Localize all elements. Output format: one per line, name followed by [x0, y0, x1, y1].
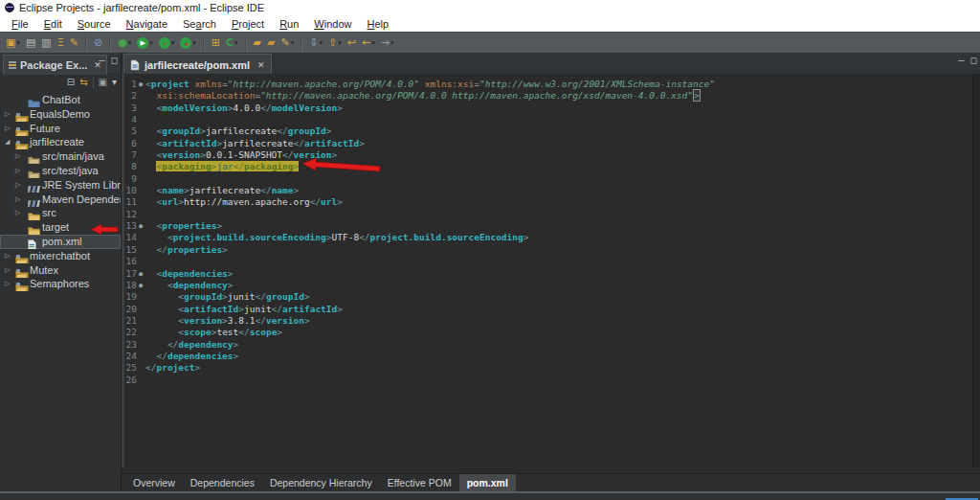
dropdown-caret-icon[interactable]: ▾ — [371, 39, 375, 47]
pom-page-tab-effective-pom[interactable]: Effective POM — [380, 474, 459, 491]
dropdown-caret-icon[interactable]: ▾ — [149, 39, 153, 47]
tree-item-mutex[interactable]: ▷Mutex — [0, 263, 121, 278]
tree-item-target[interactable]: target — [0, 220, 121, 235]
last-edit-button[interactable]: ↩ — [345, 34, 358, 52]
dropdown-caret-icon[interactable]: ▾ — [128, 39, 132, 47]
expand-icon[interactable]: ▷ — [5, 125, 10, 132]
token-val: "http://maven.apache.org/POM/4.0.0 http:… — [260, 90, 693, 101]
import-button[interactable]: ⇩▾ — [307, 34, 324, 52]
line-number: 5 — [122, 125, 137, 137]
tree-item-chatbot[interactable]: ChatBot — [0, 93, 121, 107]
tree-item-jarfilecreate[interactable]: ◢jarfilecreate — [0, 135, 121, 149]
code-editor[interactable]: 1●<project xmlns="http://maven.apache.or… — [122, 74, 980, 467]
menu-window[interactable]: Window — [306, 18, 359, 30]
skip-breakpoints-icon: ⊘ — [94, 34, 102, 52]
package-explorer-tab[interactable]: Package Ex... ✕ — [3, 55, 107, 75]
tree-item-maven-dependencie[interactable]: ▷Maven Dependencie — [0, 193, 121, 207]
code-line-4: 4 — [122, 114, 980, 125]
profile-button[interactable]: ●▾ — [178, 34, 198, 52]
dropdown-caret-icon[interactable]: ▾ — [192, 39, 196, 47]
menu-run[interactable]: Run — [272, 18, 306, 30]
coverage-button[interactable]: ▪▾ — [157, 34, 177, 52]
forward-button[interactable]: →▾ — [379, 34, 396, 52]
collapse-all-icon[interactable]: ⊟ — [67, 76, 75, 89]
fold-marker-icon[interactable]: ● — [139, 79, 143, 90]
close-icon[interactable]: ✕ — [257, 60, 265, 70]
expand-icon[interactable]: ▷ — [15, 195, 20, 203]
token-tag: artifactId — [184, 304, 238, 314]
expand-icon[interactable]: ▷ — [5, 266, 10, 274]
dropdown-caret-icon[interactable]: ▾ — [16, 39, 20, 47]
menu-search[interactable]: Search — [175, 18, 224, 30]
annotate-button[interactable]: ✎▾ — [279, 34, 297, 52]
minimize-view-icon[interactable]: ─ — [99, 56, 104, 65]
tree-item-equalsdemo[interactable]: ▷EqualsDemo — [0, 107, 121, 122]
menu-edit[interactable]: Edit — [36, 18, 70, 30]
save-button[interactable]: ▤ — [24, 34, 37, 52]
expand-icon[interactable]: ▷ — [15, 167, 20, 174]
tree-item-src[interactable]: ▷src — [0, 206, 121, 220]
new-java-project-button[interactable]: ⊞ — [210, 34, 222, 52]
dropdown-caret-icon[interactable]: ▾ — [390, 39, 394, 47]
expand-icon[interactable]: ▷ — [5, 110, 10, 118]
maximize-editor-icon[interactable]: ◻ — [970, 56, 977, 65]
tree-item-pom-xml[interactable]: pom.xml — [0, 235, 121, 249]
dropdown-caret-icon[interactable]: ▾ — [234, 39, 238, 47]
expand-icon[interactable]: ▷ — [15, 152, 20, 160]
tree-item-jre-system-library[interactable]: ▷JRE System Library [ — [0, 178, 121, 193]
skip-breakpoints-button[interactable]: ⊘ — [92, 34, 104, 52]
tree-item-mixerchatbot[interactable]: ▷mixerchatbot — [0, 249, 121, 263]
expand-icon[interactable]: ▷ — [5, 280, 10, 287]
pom-page-tab-dependency-hierarchy[interactable]: Dependency Hierarchy — [262, 474, 380, 491]
new-wizard-button[interactable]: ▣▾ — [4, 34, 22, 52]
dropdown-caret-icon[interactable]: ▾ — [338, 39, 342, 47]
export-button[interactable]: ⇧▾ — [326, 34, 344, 52]
debug-button[interactable]: ●▾ — [116, 34, 133, 52]
view-menu-icon[interactable]: ▾ — [112, 76, 117, 89]
menu-project[interactable]: Project — [224, 18, 272, 30]
expand-icon[interactable]: ▷ — [15, 181, 20, 189]
build-all-button[interactable]: Ξ — [56, 34, 66, 52]
view-filter-icon[interactable]: ▣ — [99, 76, 107, 89]
menu-navigate[interactable]: Navigate — [119, 18, 175, 30]
project-tree[interactable]: ChatBot▷EqualsDemo▷Future◢jarfilecreate▷… — [0, 91, 121, 491]
fold-marker-icon[interactable]: ● — [139, 280, 143, 291]
tree-item-label: Mutex — [30, 264, 58, 276]
save-all-button[interactable]: ▥ — [39, 34, 53, 52]
fold-marker-icon[interactable]: ● — [139, 220, 143, 232]
token-val: "http://maven.apache.org/POM/4.0.0" — [228, 79, 419, 89]
open-task-button[interactable]: ✎ — [68, 34, 80, 52]
collapse-icon[interactable]: ◢ — [5, 138, 10, 146]
menu-help[interactable]: Help — [360, 18, 397, 30]
line-number: 6 — [122, 138, 137, 149]
tree-item-future[interactable]: ▷Future — [0, 122, 121, 136]
toolbar-separator — [301, 35, 302, 51]
menu-file[interactable]: File — [4, 18, 36, 30]
open-folder-2-button[interactable]: ▰ — [265, 34, 277, 52]
tree-item-semaphores[interactable]: ▷Semaphores — [0, 277, 121, 291]
token-tag: properties — [162, 220, 216, 231]
menu-source[interactable]: Source — [70, 18, 119, 30]
open-folder-icon: ▰ — [254, 34, 261, 52]
open-folder-button[interactable]: ▰ — [252, 34, 263, 52]
dropdown-caret-icon[interactable]: ▾ — [320, 39, 323, 47]
token-br: > — [337, 102, 343, 113]
back-button[interactable]: ←▾ — [360, 34, 377, 52]
checkout-button[interactable]: C▾ — [224, 34, 240, 52]
dropdown-caret-icon[interactable]: ▾ — [171, 39, 175, 47]
link-with-editor-icon[interactable]: ⇆ — [79, 76, 87, 89]
editor-tab-pom[interactable]: jarfilecreate/pom.xml ✕ — [123, 54, 272, 75]
token-tag: url — [162, 196, 178, 207]
tree-item-src-test-java[interactable]: ▷src/test/java — [0, 164, 121, 178]
pom-page-tab-dependencies[interactable]: Dependencies — [183, 474, 262, 491]
pom-page-tab-overview[interactable]: Overview — [125, 474, 183, 491]
run-button[interactable]: ▶▾ — [135, 34, 155, 52]
tree-item-src-main-java[interactable]: ▷src/main/java — [0, 149, 121, 164]
fold-marker-icon[interactable]: ● — [139, 268, 143, 280]
expand-icon[interactable]: ▷ — [15, 209, 20, 216]
pom-page-tab-pom-xml[interactable]: pom.xml — [459, 474, 516, 491]
expand-icon[interactable]: ▷ — [5, 252, 10, 260]
minimize-editor-icon[interactable]: ─ — [958, 56, 964, 65]
maximize-view-icon[interactable]: ◻ — [111, 56, 118, 65]
dropdown-caret-icon[interactable]: ▾ — [291, 39, 295, 47]
